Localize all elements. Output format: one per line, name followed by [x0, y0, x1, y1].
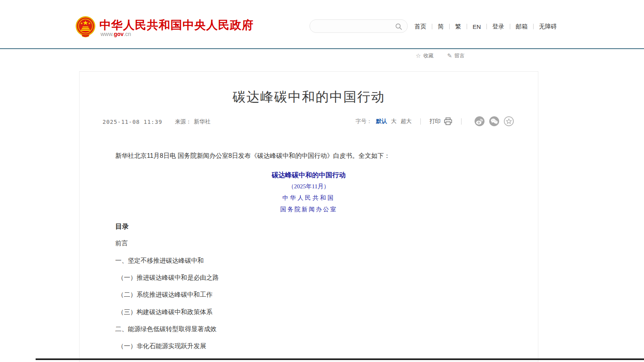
nav-login[interactable]: 登录 — [492, 23, 505, 30]
article-toolbar: 字号： 默认 大 超大 打印 — [355, 116, 514, 127]
nav-separator — [486, 24, 487, 29]
search-box[interactable] — [310, 19, 408, 33]
nav-english[interactable]: EN — [472, 23, 482, 30]
comment-label: 留言 — [454, 52, 465, 59]
pencil-icon: ✎ — [447, 52, 452, 59]
article-card: 碳达峰碳中和的中国行动 2025-11-08 11:39 来源： 新华社 字号：… — [79, 71, 538, 362]
article-title: 碳达峰碳中和的中国行动 — [80, 88, 538, 106]
nav-simplified[interactable]: 简 — [437, 23, 445, 30]
favorite-label: 收藏 — [423, 52, 433, 59]
font-size-label: 字号： — [355, 118, 372, 125]
toc-item-section1: 一、坚定不移推进碳达峰碳中和 — [115, 257, 204, 265]
toc-item-section2-1: （一）非化石能源实现跃升发展 — [118, 342, 206, 351]
comment-button[interactable]: ✎ 留言 — [447, 52, 465, 59]
national-emblem-icon — [75, 15, 96, 39]
print-button[interactable]: 打印 — [429, 118, 452, 125]
nav-mail[interactable]: 邮箱 — [515, 23, 528, 30]
font-size-default[interactable]: 默认 — [376, 118, 387, 125]
nav-separator — [533, 24, 534, 29]
site-url: www.gov.cn — [101, 31, 131, 37]
toolbar-separator — [420, 118, 421, 125]
search-input[interactable] — [316, 21, 391, 32]
font-size-xlarge[interactable]: 超大 — [401, 118, 412, 125]
nav-separator — [510, 24, 510, 29]
toc-item-section1-2: （二）系统推进碳达峰碳中和工作 — [118, 291, 213, 299]
nav-home[interactable]: 首页 — [414, 23, 427, 30]
toc-heading: 目录 — [115, 222, 129, 231]
font-size-large[interactable]: 大 — [391, 118, 397, 125]
wechat-icon[interactable] — [489, 116, 500, 127]
publish-time: 2025-11-08 11:39 — [103, 119, 162, 125]
star-icon: ☆ — [416, 52, 421, 59]
whitepaper-date: （2025年11月） — [103, 183, 515, 190]
whitepaper-org-line2: 国务院新闻办公室 — [103, 206, 515, 213]
nav-accessibility[interactable]: 无障碍 — [538, 23, 558, 30]
weibo-icon[interactable] — [474, 116, 485, 127]
nav-separator — [467, 24, 467, 29]
favorite-button[interactable]: ☆ 收藏 — [416, 52, 433, 59]
nav-separator — [432, 24, 432, 29]
star-share-icon[interactable] — [503, 116, 514, 127]
source-value[interactable]: 新华社 — [194, 118, 211, 125]
toc-item-section1-1: （一）推进碳达峰碳中和是必由之路 — [118, 274, 219, 282]
site-url-prefix: www. — [101, 31, 114, 37]
article-intro-paragraph: 新华社北京11月8日电 国务院新闻办公室8日发布《碳达峰碳中和的中国行动》白皮书… — [103, 151, 515, 161]
top-nav: 首页 简 繁 EN 登录 邮箱 无障碍 — [414, 22, 558, 31]
source-label: 来源： — [175, 118, 192, 125]
whitepaper-title: 碳达峰碳中和的中国行动 — [103, 171, 515, 180]
site-header: 中华人民共和国中央人民政府 www.gov.cn 首页 简 繁 EN 登录 邮箱… — [0, 0, 644, 49]
window-edge-line — [36, 358, 644, 360]
nav-separator — [449, 24, 450, 29]
print-label: 打印 — [429, 118, 441, 125]
page-action-row: ☆ 收藏 ✎ 留言 — [416, 52, 465, 59]
toc-item-section2: 二、能源绿色低碳转型取得显著成效 — [115, 325, 217, 334]
site-url-gov: gov — [114, 31, 123, 37]
search-icon[interactable] — [395, 23, 403, 30]
nav-traditional[interactable]: 繁 — [454, 23, 462, 30]
article-meta: 2025-11-08 11:39 来源： 新华社 — [103, 118, 211, 125]
whitepaper-org-line1: 中华人民共和国 — [103, 194, 515, 202]
toolbar-separator — [461, 118, 462, 125]
toc-item-preface: 前言 — [115, 239, 128, 248]
site-url-suffix: .cn — [123, 31, 131, 37]
printer-icon — [444, 118, 452, 125]
toc-item-section1-3: （三）构建碳达峰碳中和政策体系 — [118, 308, 213, 317]
